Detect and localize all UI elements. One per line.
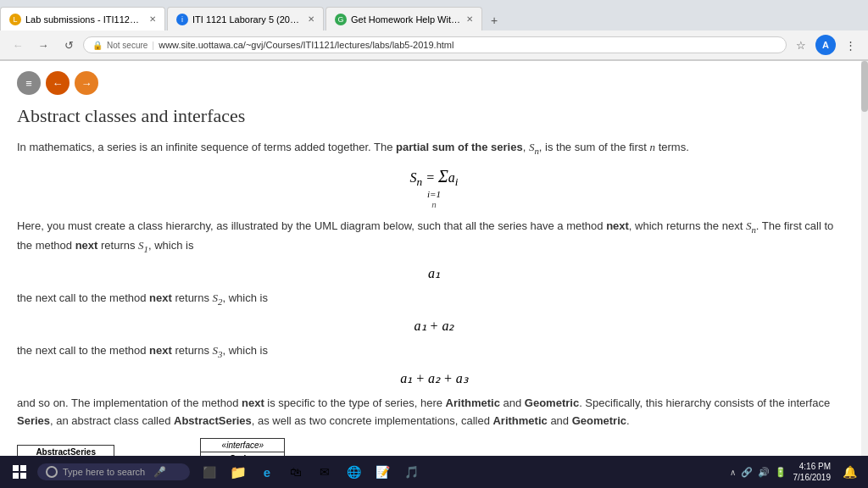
para5-period: . — [626, 414, 630, 427]
back-button[interactable]: ← — [7, 34, 29, 56]
para5-and2: and — [548, 414, 572, 427]
math-a1-a2-a3-block: a₁ + a₂ + a₃ — [17, 370, 851, 386]
para5: and so on. The implementation of the met… — [17, 395, 851, 430]
uml-diagram: AbstractSeries +take( :int n ) : :double… — [17, 438, 851, 456]
uml-series-interface: «interface» Series +next() : double — [200, 438, 285, 456]
para5-series: Series — [17, 414, 50, 427]
intro-sn: Sn — [529, 141, 539, 153]
new-tab-button[interactable]: + — [484, 10, 504, 30]
math-a1-a2: a₁ + a₂ — [415, 319, 454, 333]
para2-next2: next — [75, 239, 98, 252]
page-nav-icons: ≡ ← → — [17, 71, 851, 95]
para3-which: , which is — [222, 291, 267, 304]
profile-avatar[interactable]: A — [815, 35, 836, 55]
address-url: www.site.uottawa.ca/~gvj/Courses/ITI1121… — [159, 40, 777, 50]
page-menu-button[interactable]: ≡ — [17, 71, 41, 95]
scroll-thumb[interactable] — [861, 61, 868, 112]
para5-next: next — [242, 396, 264, 409]
para2-mid: , which returns the next — [629, 219, 746, 232]
para5-abstract: AbstractSeries — [174, 414, 252, 427]
intro-comma: , is the sum of the first — [539, 141, 650, 153]
para2-s1: S1 — [138, 239, 148, 252]
para4-start: the next call to the method — [17, 344, 149, 357]
uml-abstract-series-title: AbstractSeries — [18, 446, 114, 456]
tab2-icon: i — [176, 14, 188, 25]
para5-geom: Geometric — [525, 396, 579, 409]
para2-sn: Sn — [746, 219, 756, 232]
para4-next: next — [149, 344, 172, 357]
not-secure-label: Not secure — [107, 41, 147, 50]
tab-laborary[interactable]: i ITI 1121 Laborary 5 (2019) ✕ — [167, 7, 324, 30]
uml-abstract-series: AbstractSeries +take( :int n ) : :double… — [17, 445, 114, 456]
page-title: Abstract classes and interfaces — [17, 105, 851, 127]
para5-and: and — [500, 396, 525, 409]
scroll-indicator — [861, 61, 868, 456]
tab-chegg[interactable]: G Get Homework Help With Cheg... ✕ — [326, 7, 482, 30]
para4-which: , which is — [222, 344, 267, 357]
math-a1-a2-block: a₁ + a₂ — [17, 318, 851, 334]
para2-next: next — [606, 219, 629, 232]
intro-paragraph: In mathematics, a series is an infinite … — [17, 139, 851, 158]
para3-next: next — [149, 291, 172, 304]
tab1-close[interactable]: ✕ — [149, 14, 156, 24]
intro-bold: partial sum of the series — [396, 141, 523, 153]
para5-start: and so on. The implementation of the met… — [17, 396, 242, 409]
tab2-close[interactable]: ✕ — [308, 14, 314, 24]
page-back-button[interactable]: ← — [46, 71, 70, 95]
math-a1: a₁ — [428, 266, 440, 280]
para5-end: . Specifically, this hierarchy consists … — [579, 396, 830, 409]
para3-start: the next call to the method — [17, 291, 149, 304]
tab1-label: Lab submissions - ITI1121[A|B]C — [25, 14, 144, 25]
math-a1-block: a₁ — [17, 265, 851, 281]
para3-returns: returns — [172, 291, 213, 304]
para2-which: , which is — [148, 239, 193, 252]
intro-mid: , — [523, 141, 529, 153]
para5-geom2: Geometric — [572, 414, 626, 427]
browser-toolbar: ← → ↺ 🔒 Not secure | www.site.uottawa.ca… — [0, 30, 868, 60]
para5-arith2: Arithmetic — [492, 414, 547, 427]
math-a1-a2-a3: a₁ + a₂ + a₃ — [400, 371, 468, 385]
para5-comma: , an abstract class called — [50, 414, 174, 427]
tab-lab-submissions[interactable]: L Lab submissions - ITI1121[A|B]C ✕ — [0, 7, 165, 30]
intro-terms: terms. — [655, 141, 689, 153]
para4-s3: S3 — [213, 344, 223, 357]
math-formula-block: Sn = Σai i=1 n — [17, 167, 851, 209]
tab3-icon: G — [335, 14, 347, 25]
tab1-icon: L — [9, 14, 21, 25]
intro-text: In mathematics, a series is an infinite … — [17, 141, 396, 153]
page-content: ≡ ← → Abstract classes and interfaces In… — [0, 61, 868, 456]
para2-returns: returns — [97, 239, 138, 252]
tab3-label: Get Homework Help With Cheg... — [351, 14, 461, 25]
reload-button[interactable]: ↺ — [58, 34, 80, 56]
forward-button[interactable]: → — [32, 34, 54, 56]
browser-chrome: L Lab submissions - ITI1121[A|B]C ✕ i IT… — [0, 0, 868, 61]
uml-series-stereotype: «interface» — [201, 439, 284, 452]
para2-start: Here, you must create a class hierarchy,… — [17, 219, 606, 232]
address-separator: | — [152, 40, 154, 50]
page-forward-button[interactable]: → — [75, 71, 98, 95]
para5-arith: Arithmetic — [446, 396, 500, 409]
tab2-label: ITI 1121 Laborary 5 (2019) — [192, 14, 303, 25]
lock-icon: 🔒 — [92, 41, 103, 50]
para4: the next call to the method next returns… — [17, 342, 851, 362]
para5-mid: is specific to the type of series, here — [264, 396, 446, 409]
para5-last: , as well as two concrete implementation… — [252, 414, 493, 427]
bookmark-button[interactable]: ☆ — [790, 34, 812, 56]
para4-returns: returns — [172, 344, 213, 357]
address-bar[interactable]: 🔒 Not secure | www.site.uottawa.ca/~gvj/… — [83, 36, 787, 53]
menu-button[interactable]: ⋮ — [839, 34, 861, 56]
tab3-close[interactable]: ✕ — [466, 14, 473, 24]
para3-s2: S2 — [213, 291, 223, 304]
tab-bar: L Lab submissions - ITI1121[A|B]C ✕ i IT… — [0, 0, 868, 30]
para2: Here, you must create a class hierarchy,… — [17, 218, 851, 257]
para3: the next call to the method next returns… — [17, 290, 851, 309]
